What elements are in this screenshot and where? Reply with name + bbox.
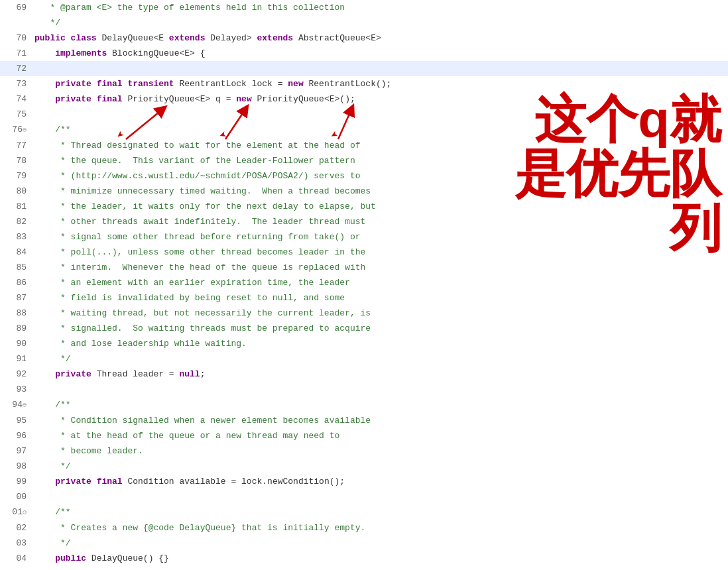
line-number: 88 [0, 306, 32, 321]
code-line: 04 public DelayQueue() {} [0, 551, 728, 566]
code-line: 99 private final Condition available = l… [0, 474, 728, 489]
code-content: */ [32, 459, 728, 474]
line-number: 97 [0, 443, 32, 459]
code-line: 82 * other threads await indefinitely. T… [0, 214, 728, 229]
code-content: * the queue. This variant of the Leader-… [32, 153, 728, 168]
code-line: 93 [0, 382, 728, 397]
code-content: * (http://www.cs.wustl.edu/~schmidt/POSA… [32, 168, 728, 184]
code-line: 71 implements BlockingQueue<E> { [0, 46, 728, 61]
line-number: 78 [0, 153, 32, 168]
line-number: 04 [0, 551, 32, 566]
code-content: * field is invalidated by being reset to… [32, 290, 728, 306]
code-content: * signalled. So waiting threads must be … [32, 321, 728, 336]
code-line: 85 * interim. Whenever the head of the q… [0, 260, 728, 275]
line-number: 02 [0, 520, 32, 536]
code-content: * Condition signalled when a newer eleme… [32, 413, 728, 428]
code-line: 96 * at the head of the queue or a new t… [0, 428, 728, 443]
code-content: public DelayQueue() {} [32, 551, 728, 566]
code-line: 95 * Condition signalled when a newer el… [0, 413, 728, 428]
code-content: * other threads await indefinitely. The … [32, 214, 728, 229]
line-number: 69 [0, 0, 32, 15]
line-number: 96 [0, 428, 32, 443]
code-line: 78 * the queue. This variant of the Lead… [0, 153, 728, 168]
code-line: 75 [0, 107, 728, 122]
code-content: * an element with an earlier expiration … [32, 275, 728, 290]
line-number: 76⊖ [0, 122, 32, 138]
line-number: 01⊖ [0, 504, 32, 520]
code-line: 86 * an element with an earlier expirati… [0, 275, 728, 290]
code-line: 79 * (http://www.cs.wustl.edu/~schmidt/P… [0, 168, 728, 184]
code-content: */ [32, 15, 728, 30]
code-content: */ [32, 536, 728, 551]
code-line: 88 * waiting thread, but not necessarily… [0, 306, 728, 321]
code-line: 70public class DelayQueue<E extends Dela… [0, 30, 728, 46]
code-line: 90 * and lose leadership while waiting. [0, 336, 728, 351]
line-number: 92 [0, 367, 32, 382]
code-line: 00 [0, 489, 728, 504]
code-line: 73 private final transient ReentrantLock… [0, 76, 728, 91]
code-content: * Creates a new {@code DelayQueue} that … [32, 520, 728, 536]
code-line: 97 * become leader. [0, 443, 728, 459]
code-content: public class DelayQueue<E extends Delaye… [32, 30, 728, 46]
code-line: 94⊖ /** [0, 397, 728, 413]
line-number: 05 [0, 566, 32, 570]
code-content: /** [32, 122, 728, 137]
code-line: 03 */ [0, 536, 728, 551]
code-content: * interim. Whenever the head of the queu… [32, 260, 728, 275]
code-editor: 69 * @param <E> the type of elements hel… [0, 0, 728, 570]
line-number: 75 [0, 107, 32, 122]
line-number: 71 [0, 46, 32, 61]
code-line: 76⊖ /** [0, 122, 728, 138]
code-content: * become leader. [32, 443, 728, 459]
code-line: 69 * @param <E> the type of elements hel… [0, 0, 728, 15]
line-number: 79 [0, 168, 32, 184]
line-number: 70 [0, 30, 32, 46]
code-content: * signal some other thread before return… [32, 229, 728, 245]
code-content: * minimize unnecessary timed waiting. Wh… [32, 184, 728, 199]
code-content: /** [32, 397, 728, 412]
code-content: */ [32, 351, 728, 367]
line-number: 87 [0, 290, 32, 306]
line-number: 74 [0, 91, 32, 107]
line-number: 99 [0, 474, 32, 489]
line-number: 00 [0, 489, 32, 504]
code-content: * and lose leadership while waiting. [32, 336, 728, 351]
line-number: 81 [0, 199, 32, 214]
code-content: private final Condition available = lock… [32, 474, 728, 489]
code-line: 81 * the leader, it waits only for the n… [0, 199, 728, 214]
code-line: 98 */ [0, 459, 728, 474]
code-content: implements BlockingQueue<E> { [32, 46, 728, 61]
code-line: 89 * signalled. So waiting threads must … [0, 321, 728, 336]
code-content: * waiting thread, but not necessarily th… [32, 306, 728, 321]
code-content: * poll(...), unless some other thread be… [32, 245, 728, 260]
code-content: * at the head of the queue or a new thre… [32, 428, 728, 443]
line-number: 90 [0, 336, 32, 351]
line-number: 98 [0, 459, 32, 474]
code-line: 02 * Creates a new {@code DelayQueue} th… [0, 520, 728, 536]
code-line: 87 * field is invalidated by being reset… [0, 290, 728, 306]
line-number: 77 [0, 138, 32, 153]
code-line: 84 * poll(...), unless some other thread… [0, 245, 728, 260]
code-line: 83 * signal some other thread before ret… [0, 229, 728, 245]
code-line: */ [0, 15, 728, 30]
code-content: * Thread designated to wait for the elem… [32, 138, 728, 153]
line-number: 89 [0, 321, 32, 336]
code-line: 05 [0, 566, 728, 570]
line-number: 82 [0, 214, 32, 229]
line-number: 80 [0, 184, 32, 199]
line-number: 91 [0, 351, 32, 367]
line-number: 83 [0, 229, 32, 245]
line-number: 95 [0, 413, 32, 428]
code-line: 72 [0, 61, 728, 76]
line-number: 93 [0, 382, 32, 397]
code-content: private final PriorityQueue<E> q = new P… [32, 91, 728, 107]
code-line: 92 private Thread leader = null; [0, 367, 728, 382]
line-number: 85 [0, 260, 32, 275]
code-content: * @param <E> the type of elements held i… [32, 0, 728, 15]
code-line: 77 * Thread designated to wait for the e… [0, 138, 728, 153]
code-line: 01⊖ /** [0, 504, 728, 520]
code-line: 74 private final PriorityQueue<E> q = ne… [0, 91, 728, 107]
line-number: 94⊖ [0, 397, 32, 413]
code-content: private final transient ReentrantLock lo… [32, 76, 728, 91]
code-line: 91 */ [0, 351, 728, 367]
